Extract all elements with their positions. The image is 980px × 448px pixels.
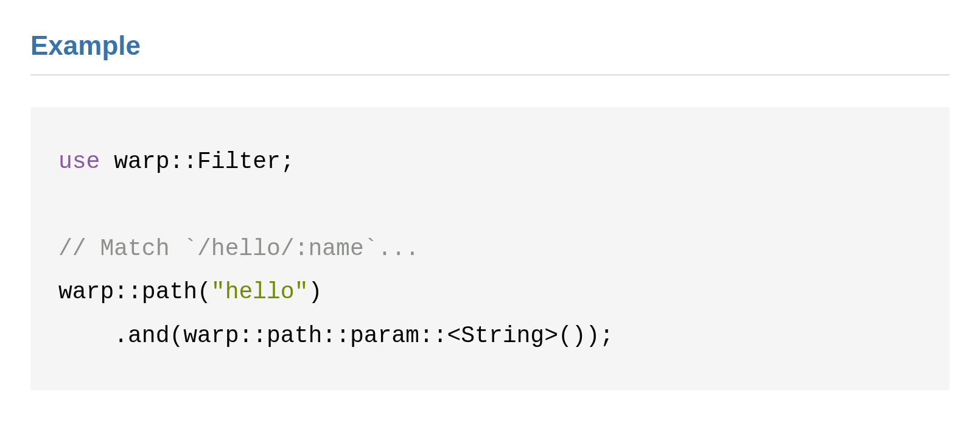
code-text: warp::Filter; — [100, 149, 294, 175]
code-text: .and(warp::path::param::<String>()); — [58, 323, 614, 349]
code-string: "hello" — [211, 279, 309, 305]
section-heading: Example — [30, 30, 950, 61]
code-text: warp::path( — [58, 279, 211, 305]
code-block: use warp::Filter; // Match `/hello/:name… — [30, 107, 950, 390]
code-keyword: use — [58, 149, 100, 175]
code-comment: // Match `/hello/:name`... — [58, 236, 419, 262]
heading-rule — [30, 74, 950, 75]
code-text: ) — [308, 279, 322, 305]
